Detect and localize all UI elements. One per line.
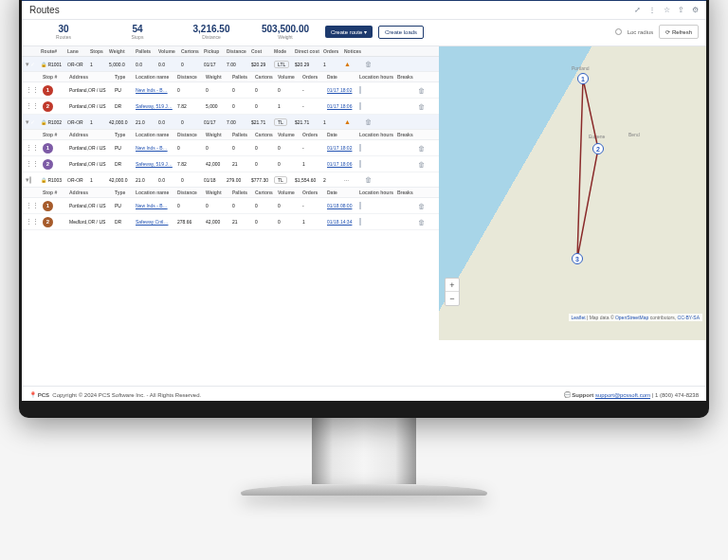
location-link[interactable]: Safeway, 519 J…	[136, 103, 177, 109]
trash-icon[interactable]: 🗑	[418, 87, 433, 94]
date-link[interactable]: 01/17 18:02	[327, 145, 359, 151]
refresh-button[interactable]: ⟳ Refresh	[659, 25, 699, 39]
trash-icon[interactable]: 🗑	[418, 161, 433, 168]
trash-icon[interactable]: 🗑	[365, 176, 378, 183]
route-row[interactable]: ▾🔒 R1002OR-OR142,000.021.00.0001/177.00$…	[22, 115, 439, 130]
loc-radius-label: Loc radius	[628, 29, 654, 35]
chevron-down-icon[interactable]: ▾	[26, 118, 29, 125]
map-pin[interactable]: 2	[592, 143, 604, 154]
route-id: 🔒 R1002	[41, 119, 67, 125]
date-link[interactable]: 01/17 18:06	[327, 103, 359, 109]
stop-row[interactable]: ⋮⋮1Portland,OR / USPUNew Inds - B…00000-…	[22, 198, 439, 214]
warning-icon: ▲	[344, 118, 351, 125]
location-link[interactable]: New Inds - B…	[136, 203, 177, 208]
route-id: 🔒 R1003	[41, 177, 67, 183]
brand-pin-icon: 📍	[29, 391, 36, 398]
col-header[interactable]: Direct cost	[295, 48, 323, 54]
metric-weight: 503,500.00Weight	[251, 24, 319, 40]
route-id: 🔒 R1001	[41, 62, 67, 67]
hours-bar	[359, 218, 361, 226]
zoom-out-button[interactable]: −	[446, 292, 459, 305]
trash-icon[interactable]: 🗑	[365, 61, 378, 67]
col-header[interactable]: Distance	[227, 48, 251, 54]
route-row[interactable]: ▾🔒 R1001OR-OR15,000.00.00.0001/177.00$20…	[22, 57, 439, 72]
subhead: Routes ⤢ ⋮ ☆ ⇪ ⚙	[22, 1, 706, 20]
route-row[interactable]: ▾🔒 R1003OR-OR142,000.021.00.0001/18279.0…	[22, 172, 439, 188]
location-link[interactable]: Safeway Cntl…	[136, 219, 177, 225]
col-header[interactable]: Cost	[251, 48, 274, 54]
location-link[interactable]: New Inds - B…	[136, 145, 177, 151]
trash-icon[interactable]: 🗑	[418, 219, 433, 226]
map-attribution: Leaflet | Map data © OpenStreetMap contr…	[569, 314, 702, 321]
trash-icon[interactable]: 🗑	[418, 103, 433, 110]
drag-icon[interactable]: ⋮⋮	[26, 144, 43, 152]
metrics-bar: 30Routes 54Stops 3,216.50Distance 503,50…	[22, 20, 706, 46]
stops-header: Stop #AddressTypeLocation nameDistanceWe…	[22, 130, 439, 140]
stops-header: Stop #AddressTypeLocation nameDistanceWe…	[22, 72, 439, 82]
stop-badge: 2	[43, 101, 53, 112]
settings-icon[interactable]: ⚙	[692, 6, 699, 14]
col-header[interactable]: Route#	[41, 48, 67, 54]
map-pin[interactable]: 1	[577, 73, 589, 84]
route-path	[439, 46, 706, 340]
map[interactable]: Portland Eugene Bend 123 + − Leaflet | M…	[439, 46, 706, 340]
star-icon[interactable]: ☆	[664, 6, 670, 14]
copyright: Copyright © 2024 PCS Software Inc. - All…	[52, 392, 201, 398]
col-header[interactable]: Lane	[67, 48, 90, 54]
col-header[interactable]: Pickup	[204, 48, 227, 54]
expand-icon[interactable]: ⤢	[634, 6, 641, 14]
col-header[interactable]: Volume	[158, 48, 181, 54]
drag-icon[interactable]: ⋮⋮	[26, 202, 43, 209]
stop-row[interactable]: ⋮⋮1Portland,OR / USPUNew Inds - B…00000-…	[22, 140, 439, 156]
col-header[interactable]: Mode	[274, 48, 295, 54]
col-header[interactable]: Cartons	[181, 48, 204, 54]
drag-icon[interactable]: ⋮⋮	[26, 102, 43, 110]
drag-icon[interactable]: ⋮⋮	[26, 218, 43, 226]
warning-icon: ▲	[344, 61, 351, 67]
routes-table: Route#LaneStopsWeightPalletsVolumeCarton…	[22, 46, 439, 340]
metric-routes: 30Routes	[29, 24, 98, 40]
hours-bar	[359, 202, 361, 209]
stops-header: Stop #AddressTypeLocation nameDistanceWe…	[22, 188, 439, 198]
stop-badge: 2	[43, 217, 53, 227]
route-checkbox[interactable]	[29, 176, 31, 184]
trash-icon[interactable]: 🗑	[418, 203, 433, 209]
drag-icon[interactable]: ⋮⋮	[26, 86, 43, 94]
drag-icon[interactable]: ⋮⋮	[26, 160, 43, 168]
stop-row[interactable]: ⋮⋮2Portland,OR / USDRSafeway, 519 J…7.82…	[22, 156, 439, 172]
stop-row[interactable]: ⋮⋮2Portland,OR / USDRSafeway, 519 J…7.82…	[22, 99, 439, 115]
col-header[interactable]: Orders	[323, 48, 344, 54]
metric-distance: 3,216.50Distance	[177, 24, 246, 40]
col-header[interactable]: Pallets	[136, 48, 158, 54]
location-link[interactable]: Safeway, 519 J…	[136, 161, 177, 167]
loc-radius-radio[interactable]	[615, 28, 622, 35]
date-link[interactable]: 01/17 18:02	[327, 87, 359, 93]
col-header[interactable]: Weight	[109, 48, 136, 54]
create-loads-button[interactable]: Create loads	[378, 26, 424, 39]
zoom-in-button[interactable]: +	[446, 279, 459, 292]
metric-stops: 54Stops	[103, 24, 172, 40]
kebab-icon[interactable]: ⋮	[648, 6, 656, 14]
trash-icon[interactable]: 🗑	[418, 145, 433, 152]
stop-row[interactable]: ⋮⋮1Portland,OR / USPUNew Inds - B…00000-…	[22, 82, 439, 99]
hours-bar	[359, 144, 361, 152]
page-title: Routes	[29, 5, 60, 15]
date-link[interactable]: 01/17 18:06	[327, 161, 359, 167]
more-icon[interactable]: ⋯	[344, 177, 350, 183]
support-email[interactable]: support@pcssoft.com	[595, 392, 650, 398]
stop-badge: 1	[43, 143, 53, 154]
chevron-down-icon[interactable]: ▾	[26, 61, 29, 67]
stop-row[interactable]: ⋮⋮2Medford,OR / USDRSafeway Cntl…278.664…	[22, 214, 439, 230]
date-link[interactable]: 01/18 08:00	[327, 203, 359, 208]
create-route-button[interactable]: Create route ▾	[325, 26, 373, 38]
col-header[interactable]: Notices	[344, 48, 365, 54]
date-link[interactable]: 01/18 14:34	[327, 219, 359, 225]
col-header[interactable]: Stops	[90, 48, 109, 54]
hours-bar	[359, 86, 361, 94]
map-pin[interactable]: 3	[572, 253, 583, 264]
stop-badge: 1	[43, 85, 53, 96]
share-icon[interactable]: ⇪	[678, 6, 684, 14]
stop-badge: 1	[43, 201, 53, 211]
location-link[interactable]: New Inds - B…	[136, 87, 177, 93]
trash-icon[interactable]: 🗑	[365, 118, 378, 125]
